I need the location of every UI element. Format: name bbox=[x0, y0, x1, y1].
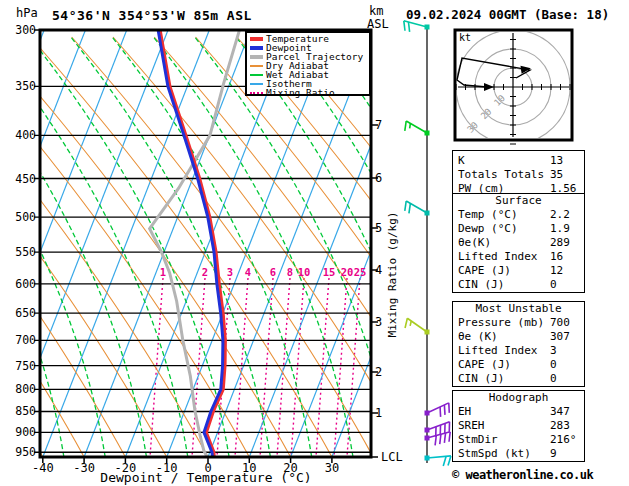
table-row: CIN (J)0 bbox=[453, 372, 584, 386]
pressure-tick-label: 850 bbox=[10, 404, 36, 418]
mixing-ratio-line bbox=[260, 278, 273, 457]
pressure-tick-label: 450 bbox=[10, 172, 36, 186]
table-row: θe(K)289 bbox=[453, 236, 584, 250]
km-tick-label: 6 bbox=[375, 171, 382, 185]
table-row-value: 0 bbox=[550, 372, 557, 386]
mixing-ratio-line bbox=[235, 278, 248, 457]
mixing-ratio-axis-title: Mixing Ratio (g/kg) bbox=[386, 195, 399, 355]
mixing-ratio-value-label: 2 bbox=[202, 266, 208, 278]
valid-datetime: 09.02.2024 00GMT (Base: 18) bbox=[406, 7, 609, 22]
table-row-value: 216° bbox=[550, 433, 577, 447]
table-row-value: 12 bbox=[550, 264, 563, 278]
wind-barb-feather bbox=[410, 123, 411, 128]
wind-barb-feather bbox=[449, 403, 450, 413]
wind-barb-feather bbox=[409, 203, 410, 213]
pressure-unit-label: hPa bbox=[16, 6, 38, 20]
table-row-label: CAPE (J) bbox=[458, 358, 511, 371]
table-row: SREH283 bbox=[453, 419, 584, 433]
table-title: Most Unstable bbox=[453, 302, 584, 316]
wind-barb-feather bbox=[443, 456, 446, 466]
table-row-label: CIN (J) bbox=[458, 372, 504, 385]
wind-barb-feather bbox=[435, 436, 436, 446]
legend-label: Mixing Ratio bbox=[266, 88, 335, 97]
lcl-marker-label: LCL bbox=[381, 450, 403, 464]
hodograph: 102030 bbox=[455, 30, 572, 144]
pressure-tick-label: 900 bbox=[10, 425, 36, 439]
table-row-label: Totals Totals bbox=[458, 168, 544, 181]
isotherm-line bbox=[0, 30, 3, 457]
indices-box-most-unstable: Most UnstablePressure (mb)700θe (K)307Li… bbox=[452, 301, 585, 387]
pressure-tick-label: 350 bbox=[10, 79, 36, 93]
legend-swatch-dry-adiabat bbox=[250, 65, 263, 67]
hodograph-arrowhead bbox=[484, 83, 494, 91]
legend-box: TemperatureDewpointParcel TrajectoryDry … bbox=[245, 31, 371, 96]
wind-barb-feather bbox=[440, 407, 441, 417]
wet-adiabat-line bbox=[236, 37, 436, 457]
legend-swatch-parcel-trajectory bbox=[250, 55, 263, 59]
table-row: θe (K)307 bbox=[453, 330, 584, 344]
wind-barb-staff bbox=[427, 456, 451, 458]
mixing-ratio-value-label: 3 bbox=[227, 266, 233, 278]
table-row-label: Dewp (°C) bbox=[458, 222, 518, 235]
table-row: CIN (J)0 bbox=[453, 278, 584, 292]
km-tick-label: 1 bbox=[375, 406, 382, 420]
table-row-value: 0 bbox=[550, 278, 557, 292]
legend-swatch-temperature bbox=[250, 37, 263, 41]
table-row-label: Lifted Index bbox=[458, 250, 537, 263]
pressure-tick-label: 750 bbox=[10, 359, 36, 373]
km-axis-unit-label: km bbox=[369, 4, 383, 18]
table-title: Hodograph bbox=[453, 391, 584, 405]
isotherm-line bbox=[43, 30, 210, 457]
hodograph-ring-label: 10 bbox=[492, 93, 507, 108]
wind-barb-feather bbox=[408, 22, 409, 32]
pressure-tick-label: 700 bbox=[10, 333, 36, 347]
hodograph-unit-label: kt bbox=[459, 32, 471, 43]
table-row-value: 16 bbox=[550, 250, 563, 264]
skewt-sounding-page: 12346810152025102030 hPa 54°36'N 354°53'… bbox=[0, 0, 629, 486]
table-row-value: 3 bbox=[550, 344, 557, 358]
pressure-tick-label: 500 bbox=[10, 210, 36, 224]
wind-barb-feather bbox=[440, 434, 441, 444]
wind-barb-feather bbox=[444, 433, 445, 443]
table-row-label: Temp (°C) bbox=[458, 208, 518, 221]
table-title: Surface bbox=[453, 194, 584, 208]
table-row-label: θe(K) bbox=[458, 236, 491, 249]
dewpoint-curve bbox=[158, 30, 223, 464]
legend-swatch-isotherm bbox=[250, 83, 263, 85]
pressure-tick-label: 300 bbox=[10, 23, 36, 37]
wind-barb-feather bbox=[405, 201, 406, 211]
wind-barb bbox=[405, 318, 429, 334]
table-row-value: 700 bbox=[550, 316, 570, 330]
pressure-tick-label: 550 bbox=[10, 245, 36, 259]
x-axis-title: Dewpoint / Temperature (°C) bbox=[40, 470, 372, 485]
indices-box-surface: SurfaceTemp (°C)2.2Dewp (°C)1.9θe(K)289L… bbox=[452, 193, 585, 293]
wind-barb bbox=[405, 201, 430, 216]
asl-axis-unit-label: ASL bbox=[367, 17, 389, 31]
indices-box-hodograph: HodographEH347SREH283StmDir216°StmSpd (k… bbox=[452, 390, 585, 462]
table-row-label: θe (K) bbox=[458, 330, 498, 343]
table-row-value: 35 bbox=[550, 168, 563, 182]
wind-barb-feather bbox=[404, 21, 405, 31]
table-row-value: 13 bbox=[550, 154, 563, 168]
wet-adiabat-line bbox=[277, 37, 477, 457]
isotherm-line bbox=[84, 30, 251, 457]
table-row-label: Pressure (mb) bbox=[458, 316, 544, 329]
wind-barb-feather bbox=[449, 432, 450, 442]
wind-barb bbox=[425, 403, 450, 417]
table-row-value: 307 bbox=[550, 330, 570, 344]
table-row-value: 347 bbox=[550, 405, 570, 419]
table-row-value: 289 bbox=[550, 236, 570, 250]
pressure-tick-label: 950 bbox=[10, 445, 36, 459]
pressure-tick-label: 400 bbox=[10, 128, 36, 142]
wind-barb-staff bbox=[427, 422, 450, 430]
table-row-value: 1.9 bbox=[550, 222, 570, 236]
table-row-label: K bbox=[458, 154, 465, 167]
hodograph-ring-label: 20 bbox=[479, 106, 494, 121]
km-tick-label: 5 bbox=[375, 221, 382, 235]
table-row-label: StmSpd (kt) bbox=[458, 447, 531, 460]
station-title: 54°36'N 354°53'W 85m ASL bbox=[52, 8, 252, 23]
table-row: StmSpd (kt)9 bbox=[453, 447, 584, 461]
km-tick-label: 2 bbox=[375, 365, 382, 379]
mixing-ratio-value-label: 25 bbox=[354, 266, 367, 278]
wind-barb-feather bbox=[444, 405, 445, 415]
